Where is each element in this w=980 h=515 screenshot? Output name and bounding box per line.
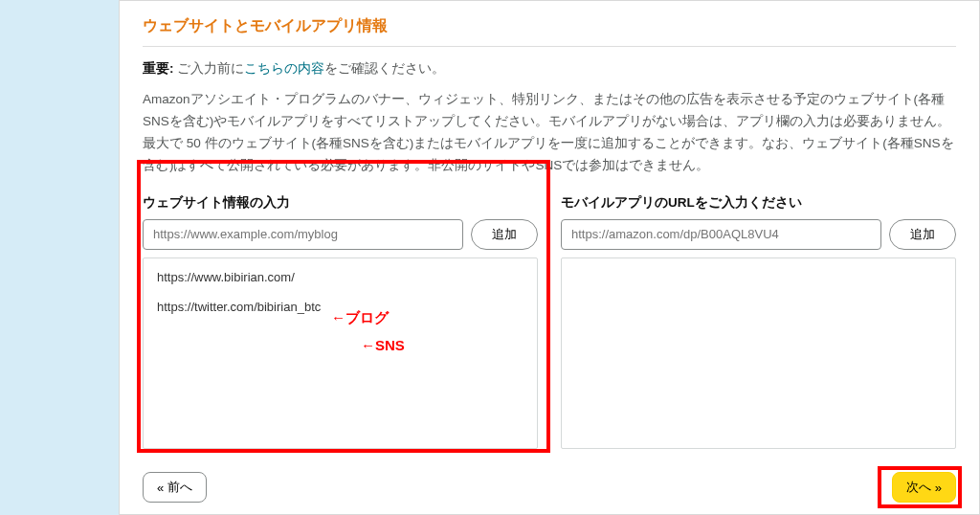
mobile-section-label: モバイルアプリのURLをご入力ください [561,194,956,212]
important-prefix: 重要: [143,61,174,76]
important-text-after: をご確認ください。 [324,61,445,76]
important-text-before: ご入力前に [177,61,244,76]
prev-button[interactable]: « 前へ [143,472,207,503]
important-notice: 重要: ご入力前にこちらの内容をご確認ください。 [143,60,956,78]
annotation-blog: ←ブログ [331,309,389,327]
next-button-label: 次へ [906,479,931,496]
website-url-input[interactable] [143,219,463,250]
list-item: https://www.bibirian.com/ [157,270,523,284]
annotation-sns: ←SNS [361,337,405,353]
divider [143,46,956,47]
website-section-label: ウェブサイト情報の入力 [143,194,538,212]
description-text: Amazonアソシエイト・プログラムのバナー、ウィジェット、特別リンク、またはそ… [143,89,956,177]
website-column: ウェブサイト情報の入力 追加 https://www.bibirian.com/… [143,194,538,449]
mobile-list-box [561,258,956,449]
next-button[interactable]: 次へ » [892,472,956,503]
chevron-left-icon: « [157,481,164,495]
important-link[interactable]: こちらの内容 [244,61,324,76]
page-title: ウェブサイトとモバイルアプリ情報 [143,16,956,36]
mobile-add-button[interactable]: 追加 [889,219,956,250]
chevron-right-icon: » [935,481,942,495]
website-add-button[interactable]: 追加 [471,219,538,250]
mobile-app-column: モバイルアプリのURLをご入力ください 追加 [561,194,956,449]
prev-button-label: 前へ [167,479,192,496]
website-list-box: https://www.bibirian.com/ https://twitte… [143,258,538,449]
mobile-url-input[interactable] [561,219,881,250]
